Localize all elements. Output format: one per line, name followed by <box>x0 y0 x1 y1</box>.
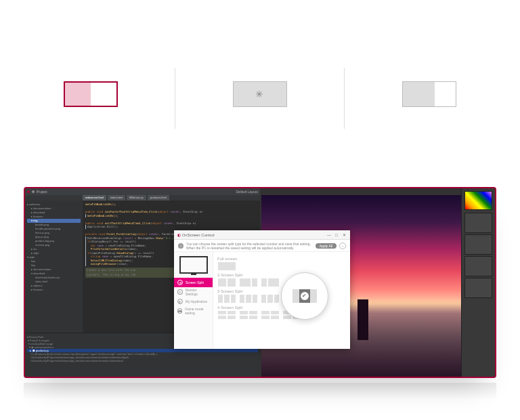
panel-group[interactable] <box>464 278 492 298</box>
ide-titlebar: Project Default Layout <box>25 188 260 195</box>
sidebar-item-monitor-settings[interactable]: ⚙Monitor Settings <box>174 287 213 297</box>
layout-option[interactable] <box>239 310 258 320</box>
layout-label: Default Layout <box>236 190 258 194</box>
panel-group[interactable] <box>464 256 492 276</box>
dialog-tip: i You can choose the screen split type f… <box>174 240 350 252</box>
layout-option[interactable] <box>217 278 236 287</box>
mode-tabs <box>0 0 520 107</box>
onscreen-control-dialog: ◐ OnScreen Control — □ ✕ i You can choos… <box>174 230 350 349</box>
layout-option[interactable] <box>261 310 280 320</box>
layout-option[interactable] <box>217 310 236 320</box>
section-label: 4 Screen Split <box>217 306 346 310</box>
sidebar-item-screen-split[interactable]: ⊞Screen Split <box>174 278 213 287</box>
maximize-icon[interactable]: □ <box>334 232 339 238</box>
reflection <box>24 383 496 400</box>
project-label: Project <box>37 190 47 194</box>
editor-tabs: webserver.html index.html MVersion.js pr… <box>25 195 260 201</box>
photo-panels[interactable] <box>461 188 495 377</box>
magnifier-icon: ✔ <box>281 272 328 320</box>
section-label: 2 Screen Split <box>217 273 346 277</box>
sidebar-item-my-application[interactable]: ◧My Application <box>174 297 213 306</box>
dialog-content: Full screen 2 Screen Split 3 Screen Spli… <box>213 252 350 349</box>
minimize-icon[interactable]: — <box>326 232 332 238</box>
layout-option[interactable] <box>239 278 258 287</box>
close-icon[interactable]: ✕ <box>341 232 347 238</box>
panel-group[interactable] <box>464 213 492 233</box>
color-picker-icon[interactable] <box>464 191 492 210</box>
info-icon: i <box>178 243 183 249</box>
layout-option[interactable] <box>261 294 280 303</box>
panel-group[interactable] <box>464 234 492 255</box>
dialog-sidebar: ⊞Screen Split ⚙Monitor Settings ◧My Appl… <box>174 252 213 349</box>
sidebar-item-game-mode[interactable]: 🎮Game mode setting <box>174 306 213 316</box>
editor-tab[interactable]: webserver.html <box>83 195 106 201</box>
section-label: Full screen <box>217 257 346 261</box>
apply-all-button[interactable]: Apply All <box>316 243 337 249</box>
project-tree[interactable]: ▸ webstore ▸ documentation ▸ download ▸ … <box>25 201 83 333</box>
layout-option[interactable] <box>261 278 280 287</box>
dialog-title: OnScreen Control <box>182 233 215 237</box>
tab-split-narrow[interactable] <box>345 81 514 107</box>
layout-option[interactable] <box>217 261 236 271</box>
tab-loading[interactable] <box>175 81 345 107</box>
editor-tab[interactable]: MVersion.js <box>127 195 146 201</box>
dialog-titlebar: ◐ OnScreen Control — □ ✕ <box>174 230 350 240</box>
split-narrow-icon <box>402 81 456 107</box>
split-half-icon <box>64 81 118 107</box>
loading-icon <box>233 81 287 107</box>
layout-option[interactable] <box>217 294 236 303</box>
editor-tab[interactable]: index.html <box>108 195 125 201</box>
check-icon: ✔ <box>301 292 309 300</box>
tab-split-half[interactable] <box>6 81 175 107</box>
go-button[interactable]: › <box>339 243 346 249</box>
layout-option[interactable] <box>239 294 258 303</box>
editor-tab[interactable]: products.html <box>148 195 169 201</box>
monitor-icon <box>179 256 208 274</box>
